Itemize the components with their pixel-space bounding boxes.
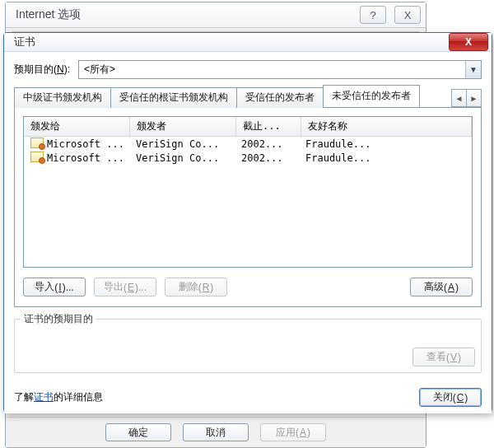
cert-icon [30, 138, 44, 148]
certificates-dialog: 证书 X 预期目的(N): <所有> ▼ 中级证书颁发机构 受信任的根证书颁发机… [3, 32, 492, 413]
certificates-titlebar: 证书 X [4, 33, 492, 52]
internet-options-bottom-bar: 确定 取消 应用(A) [6, 417, 426, 447]
internet-options-sysbuttons: ? X [360, 6, 421, 24]
col-issued-to[interactable]: 颁发给 [24, 117, 130, 136]
list-item[interactable]: Microsoft ... VeriSign Co... 2002... Fra… [24, 151, 472, 165]
tab-scroll-left[interactable]: ◄ [451, 89, 467, 107]
listview-header: 颁发给 颁发者 截止... 友好名称 [24, 117, 472, 137]
close-button[interactable]: X [394, 6, 421, 24]
tab-intermediate-ca[interactable]: 中级证书颁发机构 [14, 87, 111, 108]
col-issued-by[interactable]: 颁发者 [130, 117, 236, 136]
cert-listview[interactable]: 颁发给 颁发者 截止... 友好名称 Microsoft ... VeriSig… [23, 116, 473, 268]
internet-options-title: Internet 选项 [16, 7, 81, 22]
intended-purpose-label: 预期目的(N): [14, 63, 70, 77]
ok-button[interactable]: 确定 [105, 423, 171, 441]
tab-trusted-publishers[interactable]: 受信任的发布者 [236, 87, 324, 108]
advanced-button[interactable]: 高级(A) [410, 278, 473, 296]
internet-options-titlebar: Internet 选项 ? X [6, 2, 426, 28]
learn-more-text: 了解证书的详细信息 [14, 390, 103, 404]
intended-purpose-row: 预期目的(N): <所有> ▼ [14, 60, 482, 79]
cert-button-row: 导入(I)... 导出(E)... 删除(R) 高级(A) [23, 278, 473, 296]
dialog-close-button[interactable]: X [449, 33, 488, 51]
help-button[interactable]: ? [360, 6, 386, 24]
cert-bottom-row: 了解证书的详细信息 关闭(C) [14, 388, 482, 407]
cert-tabstrip: 中级证书颁发机构 受信任的根证书颁发机构 受信任的发布者 未受信任的发布者 ◄ … [14, 87, 482, 107]
certificates-title: 证书 [14, 35, 35, 49]
cert-purposes-group: 证书的预期目的 查看(V) [14, 319, 482, 373]
col-expires[interactable]: 截止... [236, 117, 301, 136]
cancel-button[interactable]: 取消 [183, 423, 249, 441]
tab-untrusted-publishers[interactable]: 未受信任的发布者 [323, 85, 420, 107]
export-button[interactable]: 导出(E)... [94, 278, 156, 296]
cert-purposes-frame [14, 319, 482, 373]
col-friendly[interactable]: 友好名称 [301, 117, 472, 136]
view-button[interactable]: 查看(V) [412, 348, 475, 366]
tab-scroll-right[interactable]: ► [466, 89, 482, 107]
intended-purpose-value: <所有> [84, 63, 115, 77]
chevron-down-icon: ▼ [465, 61, 481, 78]
cert-tab-panel: 颁发给 颁发者 截止... 友好名称 Microsoft ... VeriSig… [14, 107, 482, 307]
apply-button[interactable]: 应用(A) [260, 423, 326, 441]
list-item[interactable]: Microsoft ... VeriSign Co... 2002... Fra… [24, 137, 472, 151]
cert-icon [30, 152, 44, 162]
cert-purposes-caption: 证书的预期目的 [21, 312, 96, 326]
intended-purpose-combo[interactable]: <所有> ▼ [78, 60, 482, 79]
remove-button[interactable]: 删除(R) [165, 278, 227, 296]
dialog-close-ok-button[interactable]: 关闭(C) [419, 388, 482, 407]
tab-scroll-buttons: ◄ ► [452, 89, 482, 107]
listview-body: Microsoft ... VeriSign Co... 2002... Fra… [24, 137, 472, 165]
certificates-client-area: 预期目的(N): <所有> ▼ 中级证书颁发机构 受信任的根证书颁发机构 受信任… [4, 52, 492, 413]
tab-trusted-root-ca[interactable]: 受信任的根证书颁发机构 [110, 87, 237, 108]
import-button[interactable]: 导入(I)... [23, 278, 86, 296]
learn-more-link[interactable]: 证书 [34, 391, 54, 403]
